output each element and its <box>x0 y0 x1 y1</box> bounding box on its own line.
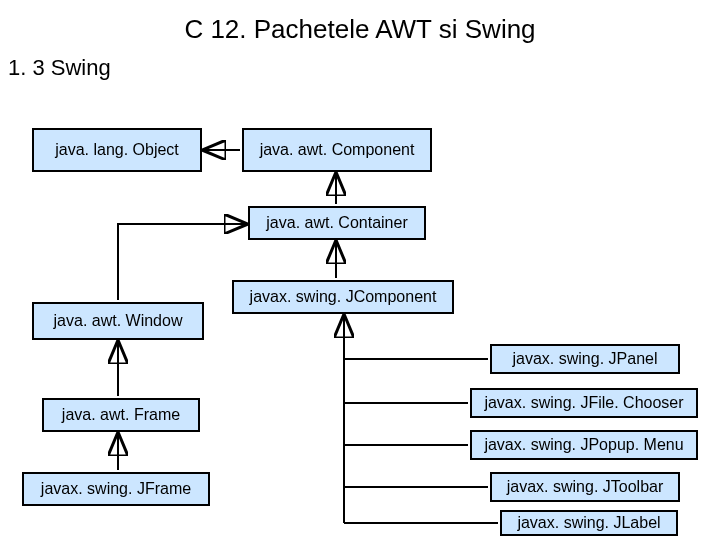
node-jlabel: javax. swing. JLabel <box>500 510 678 536</box>
node-jtoolbar: javax. swing. JToolbar <box>490 472 680 502</box>
node-jpanel: javax. swing. JPanel <box>490 344 680 374</box>
section-subtitle: 1. 3 Swing <box>8 55 720 81</box>
node-jframe: javax. swing. JFrame <box>22 472 210 506</box>
node-jcomponent: javax. swing. JComponent <box>232 280 454 314</box>
node-jfilechooser: javax. swing. JFile. Chooser <box>470 388 698 418</box>
page-title: C 12. Pachetele AWT si Swing <box>0 14 720 45</box>
node-object: java. lang. Object <box>32 128 202 172</box>
node-jpopupmenu: javax. swing. JPopup. Menu <box>470 430 698 460</box>
node-frame: java. awt. Frame <box>42 398 200 432</box>
node-container: java. awt. Container <box>248 206 426 240</box>
node-component: java. awt. Component <box>242 128 432 172</box>
node-window: java. awt. Window <box>32 302 204 340</box>
